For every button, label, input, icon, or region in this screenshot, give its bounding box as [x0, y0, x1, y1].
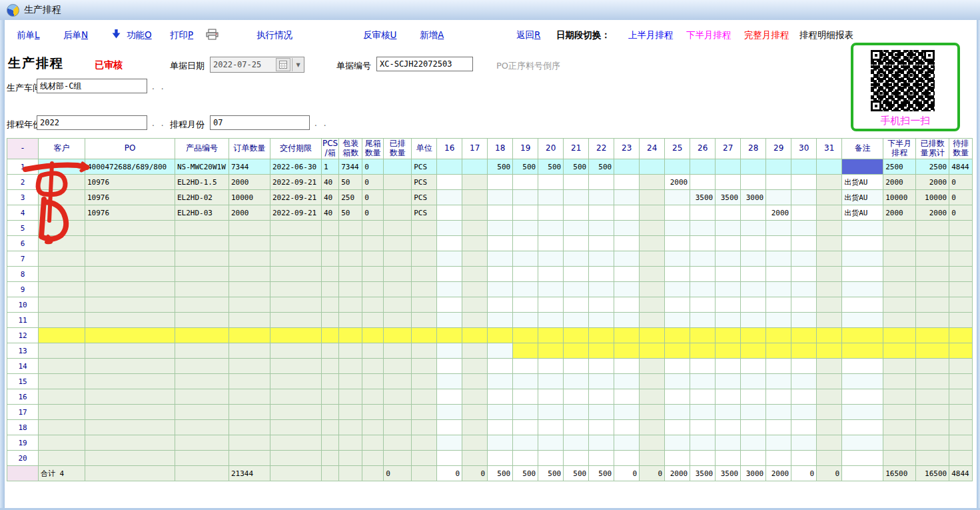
grid-cell-r8-30[interactable] [791, 267, 817, 282]
grid-cell-r7-21[interactable] [564, 251, 589, 267]
grid-cell-r16-18[interactable] [488, 389, 513, 405]
grid-cell-r2-27[interactable] [716, 175, 741, 190]
grid-cell-r9-20[interactable] [538, 282, 564, 297]
grid-cell-r8-pcs_per_box[interactable] [322, 267, 339, 282]
grid-cell-r3-22[interactable] [589, 190, 614, 205]
grid-cell-r14-product[interactable] [175, 359, 229, 374]
grid-cell-r13-17[interactable] [462, 343, 488, 359]
grid-cell-r11-18[interactable] [488, 313, 513, 328]
grid-cell-r11-26[interactable] [690, 313, 716, 328]
grid-cell-r11-16[interactable] [437, 313, 462, 328]
grid-cell-r18-25[interactable] [665, 420, 690, 435]
grid-cell-r6-unit[interactable] [412, 236, 437, 251]
menu-item-O[interactable]: 功能O [127, 29, 152, 41]
grid-cell-r14-tail_box_qty[interactable] [362, 359, 384, 374]
grid-cell-r16-cumulative[interactable] [916, 389, 949, 405]
grid-cell-r1-pending[interactable]: 4844 [949, 159, 973, 175]
grid-cell-r3-second_half[interactable]: 10000 [883, 190, 916, 205]
grid-cell-r3-pcs_per_box[interactable]: 40 [322, 190, 339, 205]
grid-cell-r10-customer[interactable] [39, 297, 85, 313]
row-number[interactable]: 7 [7, 251, 39, 267]
grid-cell-r4-29[interactable]: 2000 [766, 205, 791, 221]
grid-cell-r17-second_half[interactable] [883, 405, 916, 420]
grid-cell-r16-30[interactable] [791, 389, 817, 405]
grid-cell-r11-order_qty[interactable] [229, 313, 270, 328]
grid-cell-r8-scheduled_qty[interactable] [384, 267, 412, 282]
grid-cell-r18-24[interactable] [640, 420, 665, 435]
grid-cell-r11-17[interactable] [462, 313, 488, 328]
grid-cell-r6-16[interactable] [437, 236, 462, 251]
grid-cell-r11-remark[interactable] [842, 313, 883, 328]
grid-cell-r18-21[interactable] [564, 420, 589, 435]
grid-cell-r11-20[interactable] [538, 313, 564, 328]
grid-cell-r3-16[interactable] [437, 190, 462, 205]
grid-cell-r20-18[interactable] [488, 451, 513, 466]
grid-cell-r2-order_qty[interactable]: 2000 [229, 175, 270, 190]
grid-cell-r4-pending[interactable]: 0 [949, 205, 973, 221]
grid-cell-r12-21[interactable] [564, 328, 589, 343]
grid-cell-r5-20[interactable] [538, 221, 564, 236]
grid-cell-r3-deadline[interactable]: 2022-09-21 [270, 190, 322, 205]
grid-cell-r12-box_count[interactable] [339, 328, 362, 343]
grid-cell-r9-order_qty[interactable] [229, 282, 270, 297]
row-number[interactable]: 5 [7, 221, 39, 236]
grid-cell-r16-customer[interactable] [39, 389, 85, 405]
grid-cell-r7-scheduled_qty[interactable] [384, 251, 412, 267]
grid-cell-r18-26[interactable] [690, 420, 716, 435]
grid-cell-r18-unit[interactable] [412, 420, 437, 435]
grid-cell-r14-18[interactable] [488, 359, 513, 374]
grid-cell-r7-22[interactable] [589, 251, 614, 267]
selected-cell[interactable] [842, 159, 883, 175]
grid-cell-r3-pending[interactable]: 0 [949, 190, 973, 205]
grid-cell-r17-remark[interactable] [842, 405, 883, 420]
grid-cell-r15-second_half[interactable] [883, 374, 916, 389]
grid-cell-r8-deadline[interactable] [270, 267, 322, 282]
grid-cell-r6-28[interactable] [741, 236, 766, 251]
year-more-button[interactable]: . . [152, 119, 165, 128]
grid-cell-r5-deadline[interactable] [270, 221, 322, 236]
grid-cell-r8-product[interactable] [175, 267, 229, 282]
grid-cell-r19-scheduled_qty[interactable] [384, 435, 412, 451]
grid-cell-r16-21[interactable] [564, 389, 589, 405]
grid-cell-r3-21[interactable] [564, 190, 589, 205]
grid-cell-r16-20[interactable] [538, 389, 564, 405]
grid-cell-r11-25[interactable] [665, 313, 690, 328]
grid-cell-r6-cumulative[interactable] [916, 236, 949, 251]
grid-cell-r2-customer[interactable] [39, 175, 85, 190]
grid-cell-r20-cumulative[interactable] [916, 451, 949, 466]
row-number[interactable]: 12 [7, 328, 39, 343]
grid-cell-r4-27[interactable] [716, 205, 741, 221]
grid-cell-r1-18[interactable]: 500 [488, 159, 513, 175]
grid-cell-r18-second_half[interactable] [883, 420, 916, 435]
grid-cell-r2-25[interactable]: 2000 [665, 175, 690, 190]
grid-cell-r3-order_qty[interactable]: 10000 [229, 190, 270, 205]
grid-cell-r6-po[interactable] [85, 236, 175, 251]
grid-cell-r4-23[interactable] [614, 205, 640, 221]
grid-cell-r17-26[interactable] [690, 405, 716, 420]
grid-cell-r5-product[interactable] [175, 221, 229, 236]
grid-cell-r8-customer[interactable] [39, 267, 85, 282]
grid-cell-r11-23[interactable] [614, 313, 640, 328]
grid-cell-r1-unit[interactable]: PCS [412, 159, 437, 175]
grid-cell-r5-24[interactable] [640, 221, 665, 236]
grid-cell-r20-order_qty[interactable] [229, 451, 270, 466]
grid-cell-r15-24[interactable] [640, 374, 665, 389]
grid-cell-r10-21[interactable] [564, 297, 589, 313]
grid-cell-r2-17[interactable] [462, 175, 488, 190]
grid-cell-r18-30[interactable] [791, 420, 817, 435]
row-number[interactable]: 17 [7, 405, 39, 420]
grid-cell-r18-18[interactable] [488, 420, 513, 435]
grid-cell-r2-deadline[interactable]: 2022-09-21 [270, 175, 322, 190]
doc-date-field[interactable]: 2022-07-25 ▼ [210, 57, 304, 73]
calendar-icon[interactable] [276, 58, 290, 71]
grid-cell-r13-29[interactable] [766, 343, 791, 359]
grid-cell-r13-product[interactable] [175, 343, 229, 359]
grid-cell-r4-25[interactable] [665, 205, 690, 221]
grid-cell-r17-17[interactable] [462, 405, 488, 420]
grid-cell-r14-25[interactable] [665, 359, 690, 374]
grid-cell-r10-remark[interactable] [842, 297, 883, 313]
grid-cell-r4-31[interactable] [817, 205, 842, 221]
grid-cell-r1-27[interactable] [716, 159, 741, 175]
grid-cell-r11-box_count[interactable] [339, 313, 362, 328]
grid-cell-r7-deadline[interactable] [270, 251, 322, 267]
